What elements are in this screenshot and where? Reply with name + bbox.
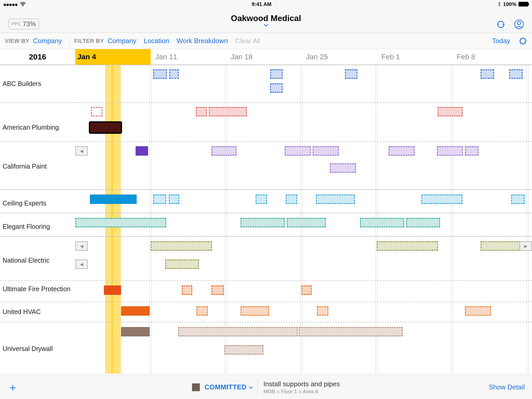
scroll-right-box[interactable]: ▶ [520, 241, 532, 251]
task-bar[interactable] [241, 306, 269, 316]
svg-point-2 [517, 22, 521, 25]
task-bar[interactable] [286, 195, 297, 204]
week-jan11[interactable]: Jan 11 [153, 49, 177, 65]
task-bar[interactable] [330, 163, 356, 173]
settings-gear-icon[interactable] [518, 37, 527, 45]
footer-bar: ＋ COMMITTED Install supports and pipes M… [0, 375, 532, 399]
task-bar[interactable] [196, 107, 207, 116]
task-bar[interactable] [465, 306, 491, 316]
task-bar[interactable] [90, 195, 137, 204]
task-bar[interactable] [151, 241, 212, 251]
task-bar[interactable] [421, 195, 462, 204]
task-bar[interactable] [509, 69, 523, 79]
task-bar[interactable] [178, 327, 298, 336]
scroll-left-box[interactable]: ◀ [75, 260, 88, 269]
row-fire[interactable]: Ultimate Fire Protection [3, 285, 70, 293]
scroll-left-box[interactable]: ◀ [75, 146, 88, 156]
task-bar[interactable] [165, 260, 199, 269]
clear-all-button[interactable]: Clear All [231, 37, 264, 45]
sync-icon[interactable] [496, 19, 506, 30]
separator [70, 36, 70, 46]
task-bar[interactable] [270, 69, 283, 79]
task-bar[interactable] [169, 195, 179, 204]
signal-dots-icon [4, 1, 18, 7]
row-abc[interactable]: ABC Builders [3, 80, 41, 88]
row-drywall[interactable]: Universal Drywall [3, 345, 53, 353]
week-feb8[interactable]: Feb 8 [455, 49, 475, 65]
task-bar[interactable] [299, 327, 403, 336]
task-bar[interactable] [121, 327, 150, 336]
filter-wbs[interactable]: Work Breakdown [173, 37, 232, 45]
filter-company[interactable]: Company [104, 37, 140, 45]
ppc-badge[interactable]: PPC 73% [9, 19, 39, 29]
gantt-chart[interactable]: ◀ ◀ ◀ ▶ [75, 65, 532, 374]
task-bar[interactable] [317, 306, 328, 316]
task-bar[interactable] [209, 107, 247, 116]
task-bar[interactable] [256, 195, 267, 204]
task-bar[interactable] [313, 146, 339, 156]
chevron-down-icon [249, 386, 253, 389]
show-detail-button[interactable]: Show Detail [489, 383, 525, 391]
filter-location[interactable]: Location [140, 37, 173, 45]
task-bar[interactable] [287, 218, 326, 227]
scroll-left-box[interactable]: ◀ [75, 241, 88, 251]
task-bar-selected[interactable] [89, 121, 122, 134]
row-hvac[interactable]: United HVAC [3, 308, 41, 316]
task-bar[interactable] [241, 218, 285, 227]
task-bar[interactable] [481, 69, 494, 79]
task-bar[interactable] [121, 306, 150, 316]
week-jan18[interactable]: Jan 18 [229, 49, 252, 65]
task-bar[interactable] [406, 218, 440, 227]
week-divider [526, 65, 528, 374]
task-bar[interactable] [389, 146, 415, 156]
task-bar[interactable] [270, 83, 283, 93]
task-bar[interactable] [75, 218, 166, 227]
add-button[interactable]: ＋ [7, 380, 18, 395]
row-paint[interactable]: California Paint [3, 163, 47, 170]
project-title: Oakwood Medical [231, 14, 301, 23]
task-bar[interactable] [153, 69, 167, 79]
gantt-area[interactable]: ABC Builders American Plumbing Californi… [0, 65, 532, 374]
task-bar[interactable] [465, 146, 478, 156]
task-bar[interactable] [360, 218, 404, 227]
ppc-value: 73% [23, 20, 36, 28]
task-bar[interactable] [301, 285, 312, 295]
task-bar[interactable] [136, 146, 148, 156]
task-bar[interactable] [182, 285, 192, 295]
selected-task-info[interactable]: Install supports and pipes MOB » Floor 1… [257, 380, 340, 395]
task-bar[interactable] [224, 345, 263, 355]
task-bar[interactable] [211, 146, 236, 156]
task-bar[interactable] [104, 285, 121, 295]
week-feb1[interactable]: Feb 1 [379, 49, 400, 65]
task-bar[interactable] [377, 241, 438, 251]
filter-bar: VIEW BY Company FILTER BY Company Locati… [0, 33, 532, 49]
svg-line-11 [520, 43, 521, 44]
row-ceiling[interactable]: Ceiling Experts [3, 200, 46, 207]
row-labels: ABC Builders American Plumbing Californi… [0, 65, 75, 374]
task-bar[interactable] [169, 69, 179, 79]
task-bar[interactable] [285, 146, 311, 156]
row-electric[interactable]: National Electric [3, 257, 50, 264]
row-flooring[interactable]: Elegant Flooring [3, 223, 50, 230]
view-by-company[interactable]: Company [29, 37, 65, 45]
today-button[interactable]: Today [489, 37, 514, 45]
task-bar[interactable] [437, 146, 463, 156]
project-title-button[interactable]: Oakwood Medical [231, 14, 301, 28]
row-plumbing[interactable]: American Plumbing [3, 124, 59, 131]
commit-status-button[interactable]: COMMITTED [204, 383, 253, 391]
task-bar[interactable] [196, 306, 208, 316]
profile-icon[interactable] [514, 19, 524, 30]
task-bar[interactable] [511, 195, 525, 204]
week-jan25[interactable]: Jan 25 [304, 49, 328, 65]
svg-line-9 [525, 43, 526, 44]
task-bar[interactable] [211, 285, 224, 295]
task-bar[interactable] [438, 107, 463, 116]
task-bar[interactable] [153, 195, 166, 204]
week-jan4[interactable]: Jan 4 [75, 49, 151, 65]
chevron-down-icon [263, 24, 269, 27]
task-bar[interactable] [91, 107, 102, 116]
task-bar[interactable] [316, 195, 355, 204]
status-time: 9:41 AM [252, 1, 271, 7]
view-by-label: VIEW BY [5, 38, 29, 44]
task-bar[interactable] [345, 69, 357, 79]
